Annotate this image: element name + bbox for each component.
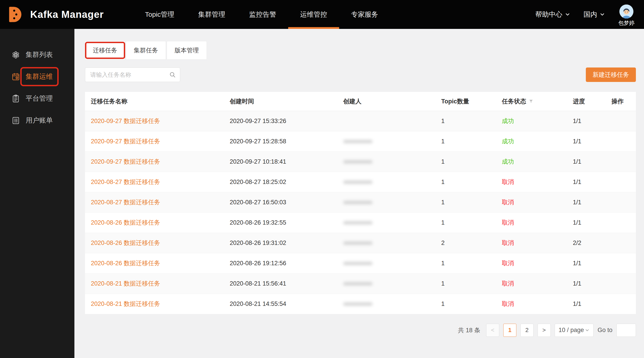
table-row: 2020-09-27 数据迁移任务 2020-09-27 15:28:58 1 … — [85, 131, 636, 151]
creator-cell — [337, 273, 436, 294]
column-header: 创建时间 — [224, 92, 337, 111]
username: 包梦婷 — [618, 20, 634, 27]
actions-cell — [606, 111, 636, 131]
cluster-ops-icon — [11, 72, 20, 81]
top-header: Kafka Manager Topic管理 集群管理 监控告警 运维管控 专家服… — [0, 0, 644, 29]
search-input[interactable] — [90, 71, 169, 78]
topic-count-cell: 1 — [436, 151, 496, 172]
topic-count-cell: 1 — [436, 111, 496, 131]
table-row: 2020-08-26 数据迁移任务 2020-08-26 19:31:02 2 … — [85, 233, 636, 253]
total-count: 共 18 条 — [458, 326, 480, 334]
sidebar-item[interactable]: 用户账单 — [0, 110, 74, 131]
prev-page-button[interactable]: < — [486, 324, 499, 337]
actions-cell — [606, 233, 636, 253]
page-size-select[interactable]: 10 / page — [555, 324, 594, 337]
filter-icon[interactable] — [528, 99, 534, 104]
task-name-link[interactable]: 2020-08-21 数据迁移任务 — [91, 280, 160, 287]
topic-count-cell: 1 — [436, 192, 496, 212]
task-tabs: 迁移任务 集群任务 版本管理 — [85, 41, 636, 60]
region-selector[interactable]: 国内 — [584, 10, 605, 19]
nav-item[interactable]: 监控告警 — [237, 0, 288, 29]
goto-page-input[interactable] — [616, 324, 636, 337]
task-name-link[interactable]: 2020-08-26 数据迁移任务 — [91, 239, 160, 246]
topic-count-cell: 1 — [436, 212, 496, 233]
next-page-button[interactable]: > — [538, 324, 551, 337]
app-logo-icon[interactable] — [4, 4, 24, 25]
header-right: 帮助中心 国内 包梦婷 — [535, 2, 634, 27]
sidebar-item-label: 平台管理 — [20, 94, 53, 103]
table-row: 2020-08-26 数据迁移任务 2020-08-26 19:12:56 1 … — [85, 253, 636, 273]
page-number-button[interactable]: 2 — [520, 324, 534, 337]
toolbar: 新建迁移任务 — [85, 68, 636, 82]
progress-cell: 1/1 — [567, 212, 606, 233]
task-name-link[interactable]: 2020-09-27 数据迁移任务 — [91, 158, 160, 165]
nav-item[interactable]: 专家服务 — [339, 0, 390, 29]
redacted-creator — [343, 302, 372, 306]
nav-item-label: 专家服务 — [351, 10, 378, 19]
actions-cell — [606, 273, 636, 294]
task-name-link[interactable]: 2020-09-27 数据迁移任务 — [91, 138, 160, 145]
task-name-link[interactable]: 2020-08-26 数据迁移任务 — [91, 260, 160, 267]
tab[interactable]: 版本管理 — [167, 41, 207, 60]
page-number-button[interactable]: 1 — [503, 324, 516, 337]
status-badge: 取消 — [502, 280, 514, 287]
main-content: 迁移任务 集群任务 版本管理 新建迁移任务 — [74, 29, 644, 358]
status-badge: 取消 — [502, 179, 514, 185]
created-time-cell: 2020-08-27 18:25:02 — [224, 172, 337, 192]
created-time-cell: 2020-08-26 19:32:55 — [224, 212, 337, 233]
page-numbers: 12 — [503, 324, 534, 337]
sidebar-item[interactable]: 平台管理 — [0, 88, 74, 110]
column-header: Topic数量 — [436, 92, 496, 111]
creator-cell — [337, 212, 436, 233]
progress-cell: 1/1 — [567, 172, 606, 192]
tab[interactable]: 迁移任务 — [85, 41, 125, 60]
nav-item[interactable]: 集群管理 — [186, 0, 237, 29]
creator-cell — [337, 233, 436, 253]
creator-cell — [337, 294, 436, 314]
user-billing-icon — [11, 116, 20, 125]
column-header: 迁移任务名称 — [85, 92, 224, 111]
chevron-down-icon — [599, 12, 605, 17]
progress-cell: 1/1 — [567, 131, 606, 151]
search-icon[interactable] — [169, 71, 176, 78]
task-name-link[interactable]: 2020-08-26 数据迁移任务 — [91, 219, 160, 226]
task-name-link[interactable]: 2020-08-21 数据迁移任务 — [91, 300, 160, 307]
top-nav: Topic管理 集群管理 监控告警 运维管控 专家服务 — [133, 0, 390, 29]
kafka-manager-app: Kafka Manager Topic管理 集群管理 监控告警 运维管控 专家服… — [0, 0, 644, 358]
creator-cell — [337, 192, 436, 212]
creator-cell — [337, 253, 436, 273]
created-time-cell: 2020-09-27 10:18:41 — [224, 151, 337, 172]
avatar[interactable] — [620, 5, 634, 19]
task-name-link[interactable]: 2020-08-27 数据迁移任务 — [91, 179, 160, 185]
nav-item-label: 运维管控 — [300, 10, 327, 19]
topic-count-cell: 1 — [436, 273, 496, 294]
actions-cell — [606, 131, 636, 151]
status-badge: 取消 — [502, 199, 514, 206]
sidebar-item[interactable]: 集群列表 — [0, 44, 74, 66]
tab[interactable]: 集群任务 — [126, 41, 166, 60]
redacted-creator — [343, 180, 372, 184]
app-title: Kafka Manager — [30, 9, 104, 20]
nav-item[interactable]: Topic管理 — [133, 0, 186, 29]
user-menu[interactable]: 包梦婷 — [618, 2, 634, 27]
actions-cell — [606, 192, 636, 212]
help-center-menu[interactable]: 帮助中心 — [535, 10, 570, 19]
status-badge: 成功 — [502, 138, 514, 145]
table-row: 2020-08-21 数据迁移任务 2020-08-21 15:56:41 1 … — [85, 273, 636, 294]
chevron-down-icon — [565, 12, 570, 17]
column-header: 创建人 — [337, 92, 436, 111]
nav-item[interactable]: 运维管控 — [288, 0, 339, 29]
progress-cell: 1/1 — [567, 294, 606, 314]
status-badge: 成功 — [502, 118, 514, 124]
task-name-link[interactable]: 2020-09-27 数据迁移任务 — [91, 118, 160, 124]
nav-item-label: 监控告警 — [249, 10, 276, 19]
column-header: 操作 — [606, 92, 636, 111]
redacted-creator — [343, 241, 372, 245]
sidebar-item[interactable]: 集群运维 — [0, 66, 74, 88]
topic-count-cell: 1 — [436, 253, 496, 273]
tab-label: 迁移任务 — [93, 46, 117, 54]
create-migration-task-button[interactable]: 新建迁移任务 — [586, 68, 636, 82]
task-name-link[interactable]: 2020-08-27 数据迁移任务 — [91, 199, 160, 206]
created-time-cell: 2020-08-26 19:31:02 — [224, 233, 337, 253]
redacted-creator — [343, 262, 372, 265]
